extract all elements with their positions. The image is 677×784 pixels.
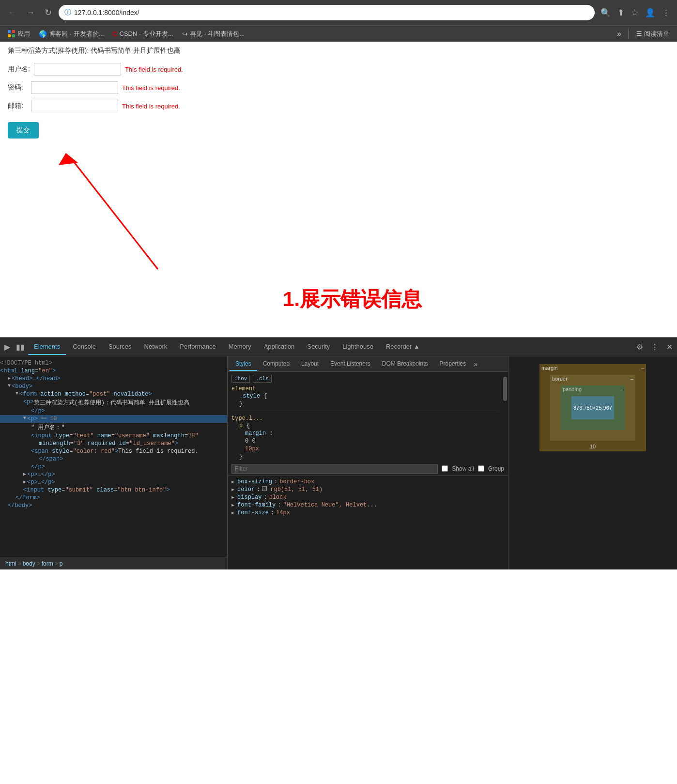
bookmark-emoji-label: 再见 - 斗图表情包... bbox=[190, 30, 245, 38]
html-close: > bbox=[52, 368, 56, 374]
url-input[interactable] bbox=[74, 9, 589, 16]
html-line[interactable]: <head>…</head> bbox=[0, 375, 227, 383]
filter-input[interactable] bbox=[231, 464, 438, 474]
breadcrumb-p[interactable]: p bbox=[58, 560, 64, 567]
group-checkbox[interactable] bbox=[478, 465, 484, 472]
tab-sources[interactable]: Sources bbox=[103, 339, 138, 355]
cls-button[interactable]: .cls bbox=[253, 375, 271, 383]
html-line[interactable]: </span> bbox=[0, 455, 227, 463]
tab-network[interactable]: Network bbox=[138, 339, 173, 355]
forward-button[interactable]: → bbox=[23, 6, 38, 19]
bookmark-cnblogs[interactable]: 🌎 博客园 - 开发者的... bbox=[35, 28, 108, 40]
breadcrumb-sep1: > bbox=[18, 560, 21, 567]
attr-style-val: "color: red" bbox=[73, 448, 114, 455]
body-triangle[interactable] bbox=[8, 383, 11, 388]
prop-triangle[interactable]: ▶ bbox=[231, 494, 234, 500]
styles-tab[interactable]: Styles bbox=[230, 357, 257, 371]
prop-triangle[interactable]: ▶ bbox=[231, 487, 234, 492]
devtools-device-button[interactable]: ▮▮ bbox=[14, 341, 27, 353]
box-sizing-name: box-sizing bbox=[237, 478, 272, 485]
tab-console[interactable]: Console bbox=[67, 339, 102, 355]
p3-triangle[interactable] bbox=[23, 471, 26, 477]
prop-triangle[interactable]: ▶ bbox=[231, 479, 234, 485]
breadcrumb-form[interactable]: form bbox=[40, 560, 55, 567]
head-triangle[interactable] bbox=[8, 375, 11, 381]
html-line[interactable]: <form action method="post" novalidate > bbox=[0, 390, 227, 398]
search-button[interactable]: 🔍 bbox=[599, 6, 613, 20]
show-all-checkbox[interactable] bbox=[442, 465, 448, 472]
devtools-close-button[interactable]: ✕ bbox=[664, 341, 675, 353]
hov-button[interactable]: :hov bbox=[231, 375, 250, 383]
submit-button[interactable]: 提交 bbox=[8, 122, 39, 138]
form-triangle[interactable] bbox=[15, 391, 18, 396]
html-line[interactable]: </body> bbox=[0, 502, 227, 509]
html-line[interactable]: <input type="text" name="username" maxle… bbox=[0, 432, 227, 440]
bookmark-csdn[interactable]: C CSDN - 专业开发... bbox=[108, 28, 177, 40]
menu-button[interactable]: ⋮ bbox=[660, 6, 672, 20]
tab-lighthouse[interactable]: Lighthouse bbox=[337, 339, 379, 355]
prop-triangle[interactable]: ▶ bbox=[231, 510, 234, 516]
styles-scrollbar[interactable] bbox=[503, 377, 507, 401]
p-triangle[interactable] bbox=[23, 415, 26, 421]
p4-triangle[interactable] bbox=[23, 479, 26, 485]
email-input[interactable] bbox=[31, 100, 118, 112]
show-all-label[interactable]: Show all bbox=[452, 465, 474, 472]
bookmark-cnblogs-label: 博客园 - 开发者的... bbox=[49, 30, 104, 38]
bookmark-apps[interactable]: 应用 bbox=[4, 28, 34, 40]
breadcrumb-body[interactable]: body bbox=[21, 560, 37, 567]
group-label[interactable]: Group bbox=[488, 465, 504, 472]
html-line[interactable]: </p> bbox=[0, 463, 227, 471]
bookmarks-divider bbox=[628, 29, 629, 39]
breadcrumb-html[interactable]: html bbox=[4, 560, 18, 567]
attr-lang-val: "en" bbox=[38, 368, 52, 374]
bookmarks-more-button[interactable]: » bbox=[614, 29, 624, 39]
styles-content[interactable]: :hov .cls element .style { } bbox=[228, 372, 503, 462]
tab-recorder[interactable]: Recorder ▲ bbox=[380, 339, 426, 355]
form-tag: <form bbox=[19, 391, 37, 398]
styles-more-button[interactable]: » bbox=[474, 360, 477, 368]
html-line[interactable]: </p> bbox=[0, 407, 227, 415]
bookmark-emoji[interactable]: ↪ 再见 - 斗图表情包... bbox=[178, 28, 248, 40]
tab-memory[interactable]: Memory bbox=[223, 339, 257, 355]
html-line[interactable]: <p>…</p> bbox=[0, 478, 227, 486]
bookmark-star-button[interactable]: ☆ bbox=[629, 6, 640, 20]
layout-tab[interactable]: Layout bbox=[295, 357, 324, 371]
devtools-inspect-button[interactable]: ▶ bbox=[2, 341, 13, 353]
back-button[interactable]: ← bbox=[5, 6, 19, 19]
font-size-value: 14px bbox=[276, 509, 290, 516]
username-input[interactable] bbox=[34, 63, 121, 76]
tab-performance[interactable]: Performance bbox=[174, 339, 221, 355]
profile-button[interactable]: 👤 bbox=[643, 6, 657, 20]
devtools-more-button[interactable]: ⋮ bbox=[648, 341, 661, 353]
reload-button[interactable]: ↻ bbox=[42, 6, 55, 19]
computed-tab[interactable]: Computed bbox=[257, 357, 295, 371]
html-line[interactable]: <html lang="en" > bbox=[0, 367, 227, 375]
dom-breakpoints-tab[interactable]: DOM Breakpoints bbox=[376, 357, 434, 371]
html-line[interactable]: </form> bbox=[0, 494, 227, 502]
prop-triangle[interactable]: ▶ bbox=[231, 502, 234, 508]
html-line[interactable]: <body> bbox=[0, 383, 227, 390]
css-selector-element: element bbox=[231, 385, 256, 392]
share-button[interactable]: ⬆ bbox=[615, 6, 626, 20]
elements-tree[interactable]: <!DOCTYPE html> <html lang="en" > <head>… bbox=[0, 356, 227, 557]
html-line[interactable]: minlength="3" required id="id_username" … bbox=[0, 440, 227, 447]
html-line[interactable]: <input type="submit" class="btn btn-info… bbox=[0, 486, 227, 494]
address-bar[interactable]: ⓘ bbox=[59, 5, 595, 20]
event-listeners-tab[interactable]: Event Listeners bbox=[324, 357, 376, 371]
html-line[interactable]: <!DOCTYPE html> bbox=[0, 359, 227, 367]
properties-tab[interactable]: Properties bbox=[434, 357, 472, 371]
tab-security[interactable]: Security bbox=[301, 339, 336, 355]
reading-list-button[interactable]: ☰ 阅读清单 bbox=[632, 28, 673, 40]
html-line-selected[interactable]: <p> == $0 bbox=[0, 415, 227, 423]
tab-elements[interactable]: Elements bbox=[28, 339, 66, 355]
tab-application[interactable]: Application bbox=[258, 339, 301, 355]
password-input[interactable] bbox=[31, 81, 118, 94]
form-end: </form> bbox=[15, 494, 40, 501]
html-line[interactable]: " 用户名：" bbox=[0, 423, 227, 432]
html-line[interactable]: <p> 第三种渲染方式(推荐使用)：代码书写简单 并且扩展性也高 bbox=[0, 398, 227, 407]
attr-required: required bbox=[84, 440, 116, 447]
devtools-settings-button[interactable]: ⚙ bbox=[634, 341, 646, 353]
html-line[interactable]: <span style="color: red" > This field is… bbox=[0, 447, 227, 455]
display-name: display bbox=[237, 494, 262, 501]
html-line[interactable]: <p>…</p> bbox=[0, 471, 227, 478]
